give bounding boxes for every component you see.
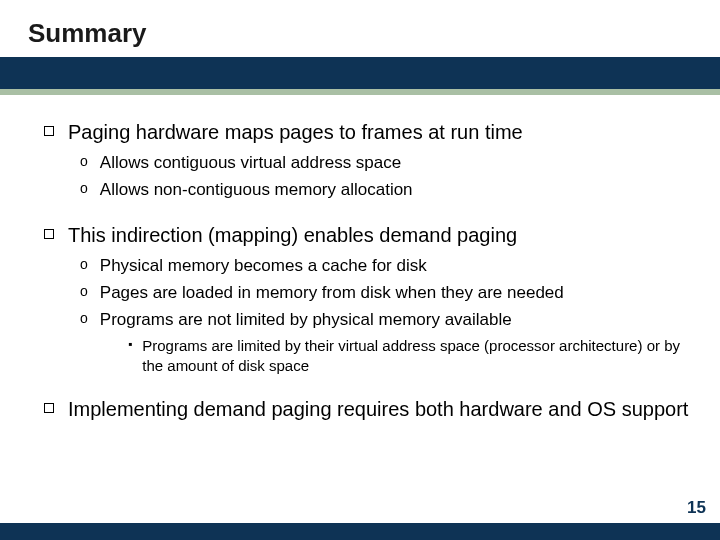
bullet-level2: o Allows contiguous virtual address spac… (80, 152, 690, 175)
bullet-level1: Paging hardware maps pages to frames at … (44, 119, 690, 146)
square-bullet-icon (44, 229, 54, 239)
circle-bullet-icon: o (80, 153, 88, 169)
bullet-level2: o Physical memory becomes a cache for di… (80, 255, 690, 278)
square-bullet-icon (44, 126, 54, 136)
header-band-dark (0, 57, 720, 89)
bullet-level2: o Pages are loaded in memory from disk w… (80, 282, 690, 305)
bullet-text: Allows contiguous virtual address space (100, 152, 401, 175)
circle-bullet-icon: o (80, 180, 88, 196)
square-bullet-icon (44, 403, 54, 413)
footer-band (0, 523, 720, 540)
bullet-text: Allows non-contiguous memory allocation (100, 179, 413, 202)
title-region: Summary (0, 0, 720, 57)
circle-bullet-icon: o (80, 310, 88, 326)
bullet-level3: ▪ Programs are limited by their virtual … (128, 336, 690, 377)
bullet-text: Paging hardware maps pages to frames at … (68, 119, 523, 146)
bullet-text: This indirection (mapping) enables deman… (68, 222, 517, 249)
square-small-bullet-icon: ▪ (128, 337, 132, 351)
bullet-level2: o Allows non-contiguous memory allocatio… (80, 179, 690, 202)
bullet-text: Implementing demand paging requires both… (68, 396, 688, 423)
bullet-text: Pages are loaded in memory from disk whe… (100, 282, 564, 305)
bullet-text: Programs are limited by their virtual ad… (142, 336, 690, 377)
circle-bullet-icon: o (80, 283, 88, 299)
bullet-text: Physical memory becomes a cache for disk (100, 255, 427, 278)
slide-title: Summary (28, 18, 720, 49)
content-area: Paging hardware maps pages to frames at … (0, 95, 720, 423)
page-number: 15 (687, 498, 706, 518)
bullet-level1: Implementing demand paging requires both… (44, 396, 690, 423)
bullet-text: Programs are not limited by physical mem… (100, 309, 512, 332)
bullet-level1: This indirection (mapping) enables deman… (44, 222, 690, 249)
circle-bullet-icon: o (80, 256, 88, 272)
slide: Summary Paging hardware maps pages to fr… (0, 0, 720, 540)
bullet-level2: o Programs are not limited by physical m… (80, 309, 690, 332)
